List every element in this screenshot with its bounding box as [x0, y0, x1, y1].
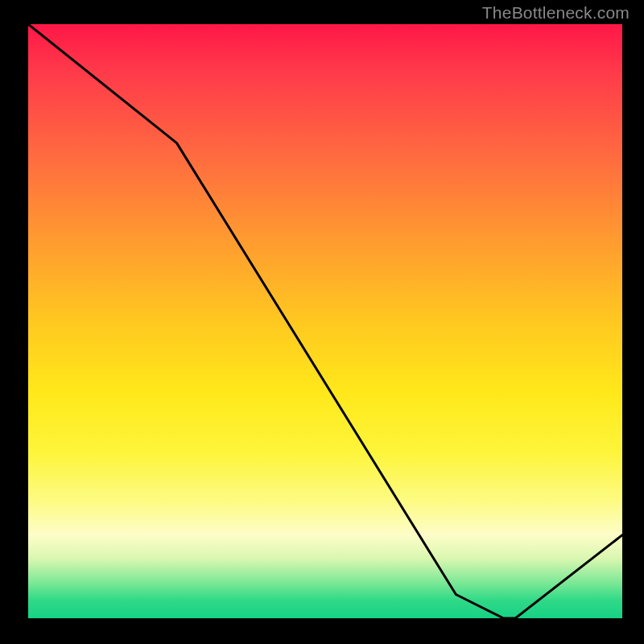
- watermark-text: TheBottleneck.com: [482, 3, 630, 23]
- plot-area: [28, 24, 622, 618]
- chart-container: TheBottleneck.com: [0, 0, 644, 644]
- bottleneck-curve: [28, 24, 622, 618]
